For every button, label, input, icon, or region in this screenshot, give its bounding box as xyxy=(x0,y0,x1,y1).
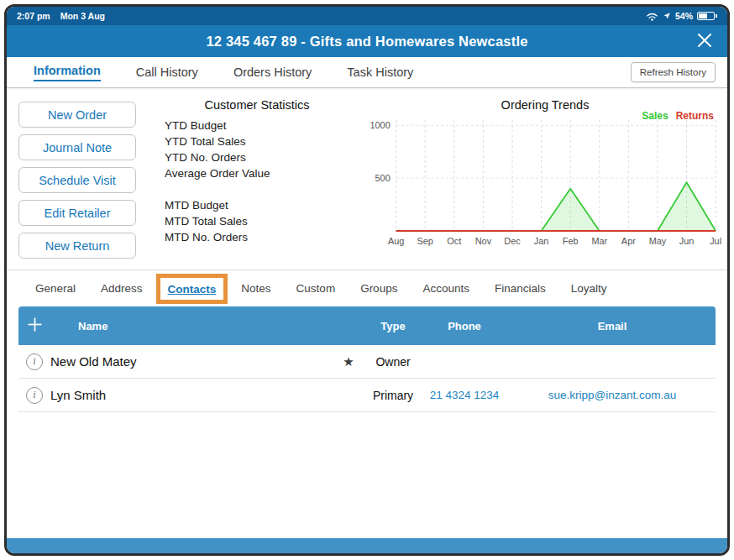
tab-loyalty[interactable]: Loyalty xyxy=(571,282,607,295)
contacts-table: Name Type Phone Email i New Old Matey ★ … xyxy=(18,306,716,412)
column-header-type: Type xyxy=(366,320,420,332)
svg-text:Jan: Jan xyxy=(534,236,549,246)
column-header-phone: Phone xyxy=(420,320,509,332)
contact-email-link[interactable]: sue.kripp@inzant.com.au xyxy=(509,389,716,401)
journal-note-button[interactable]: Journal Note xyxy=(18,134,136,160)
contact-type: Owner xyxy=(366,355,420,369)
location-icon xyxy=(663,12,671,20)
tab-custom[interactable]: Custom xyxy=(296,282,336,295)
stat-label: YTD Total Sales xyxy=(165,133,363,149)
contact-info-button[interactable]: i xyxy=(26,353,43,370)
ordering-trends: Ordering Trends Sales Returns AugSepOctN… xyxy=(363,88,727,270)
plus-icon xyxy=(27,322,43,335)
star-icon: ★ xyxy=(331,354,366,369)
schedule-visit-button[interactable]: Schedule Visit xyxy=(18,167,136,193)
table-row[interactable]: i Lyn Smith Primary 21 4324 1234 sue.kri… xyxy=(18,379,716,412)
tab-notes[interactable]: Notes xyxy=(241,282,270,295)
tab-orders-history[interactable]: Orders History xyxy=(233,65,312,79)
stat-label: MTD Budget xyxy=(165,197,363,213)
new-return-button[interactable]: New Return xyxy=(18,233,136,259)
contacts-tab-highlight-box: Contacts xyxy=(156,274,228,304)
svg-text:Jul: Jul xyxy=(710,236,721,246)
stat-label: MTD No. Orders xyxy=(165,229,363,245)
contact-name: New Old Matey xyxy=(50,354,331,369)
app-window: 2:07 pm Mon 3 Aug 54% 12 345 467 89 - Gi… xyxy=(4,4,730,556)
stat-label: YTD Budget xyxy=(165,118,363,133)
wifi-icon xyxy=(646,12,658,21)
stat-label: YTD No. Orders xyxy=(165,149,363,165)
tab-call-history[interactable]: Call History xyxy=(136,65,198,79)
detail-tab-bar: General Address Contacts Notes Custom Gr… xyxy=(7,270,727,306)
footer-bar xyxy=(7,538,727,553)
svg-text:Mar: Mar xyxy=(591,236,607,246)
svg-text:Oct: Oct xyxy=(447,236,461,246)
customer-statistics: Customer Statistics YTD Budget YTD Total… xyxy=(151,88,363,270)
battery-percentage: 54% xyxy=(675,11,693,21)
contact-name: Lyn Smith xyxy=(50,388,331,402)
contact-type: Primary xyxy=(366,389,420,402)
page-title: 12 345 467 89 - Gifts and Homewares Newc… xyxy=(206,34,527,50)
tab-information[interactable]: Information xyxy=(34,64,101,81)
tab-task-history[interactable]: Task History xyxy=(347,65,413,79)
refresh-history-button[interactable]: Refresh History xyxy=(631,62,716,82)
svg-text:500: 500 xyxy=(375,173,391,183)
column-header-email: Email xyxy=(509,320,716,332)
stats-spacer xyxy=(165,181,363,197)
tab-accounts[interactable]: Accounts xyxy=(422,282,469,295)
tab-groups[interactable]: Groups xyxy=(360,282,397,295)
contact-info-button[interactable]: i xyxy=(26,387,43,404)
close-button[interactable] xyxy=(695,32,714,50)
information-panel: New Order Journal Note Schedule Visit Ed… xyxy=(7,88,727,270)
svg-text:Nov: Nov xyxy=(475,236,492,246)
chart-legend: Sales Returns xyxy=(642,110,714,122)
new-order-button[interactable]: New Order xyxy=(18,102,136,128)
svg-text:Dec: Dec xyxy=(504,236,521,246)
svg-text:May: May xyxy=(649,236,667,246)
title-bar: 12 345 467 89 - Gifts and Homewares Newc… xyxy=(7,25,727,57)
status-date: Mon 3 Aug xyxy=(60,11,105,21)
svg-text:Aug: Aug xyxy=(388,236,404,246)
status-time: 2:07 pm xyxy=(17,11,50,21)
tab-financials[interactable]: Financials xyxy=(495,282,546,295)
action-buttons: New Order Journal Note Schedule Visit Ed… xyxy=(7,88,151,270)
stat-label: Average Order Value xyxy=(165,165,363,181)
tab-contacts[interactable]: Contacts xyxy=(168,283,217,296)
customer-statistics-title: Customer Statistics xyxy=(151,98,363,112)
battery-icon xyxy=(697,12,717,20)
table-row[interactable]: i New Old Matey ★ Owner xyxy=(18,345,716,379)
tab-general[interactable]: General xyxy=(35,282,76,295)
svg-text:Jun: Jun xyxy=(679,236,695,246)
svg-text:1000: 1000 xyxy=(370,120,390,130)
tab-address[interactable]: Address xyxy=(101,282,143,295)
contacts-table-header: Name Type Phone Email xyxy=(18,306,716,345)
svg-text:Feb: Feb xyxy=(563,236,579,246)
status-bar: 2:07 pm Mon 3 Aug 54% xyxy=(7,7,727,25)
legend-sales: Sales xyxy=(642,110,668,122)
ordering-trends-chart: AugSepOctNovDecJanFebMarAprMayJunJul5001… xyxy=(363,113,727,258)
stat-label: MTD Total Sales xyxy=(165,213,363,229)
svg-text:Apr: Apr xyxy=(621,236,636,246)
edit-retailer-button[interactable]: Edit Retailer xyxy=(18,200,136,226)
main-tab-bar: Information Call History Orders History … xyxy=(7,57,727,88)
close-icon xyxy=(696,39,713,51)
legend-returns: Returns xyxy=(676,110,714,122)
contact-phone-link[interactable]: 21 4324 1234 xyxy=(420,389,509,401)
column-header-name: Name xyxy=(50,320,331,332)
svg-text:Sep: Sep xyxy=(417,236,433,246)
add-contact-button[interactable] xyxy=(27,317,43,332)
